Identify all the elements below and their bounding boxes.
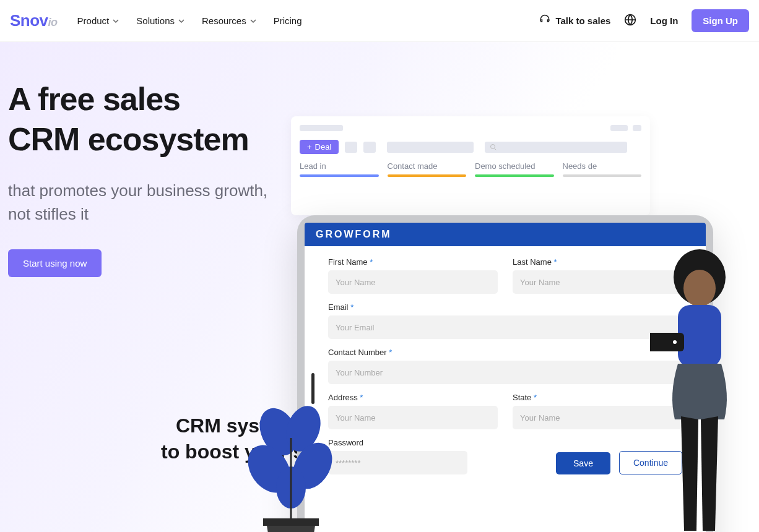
email-input[interactable] — [328, 315, 682, 339]
nav-resources[interactable]: Resources — [202, 15, 256, 26]
contact-label: Contact Number * — [328, 348, 682, 357]
person-illustration — [650, 246, 749, 532]
contact-input[interactable] — [328, 361, 682, 384]
headset-icon — [539, 14, 550, 27]
deal-button[interactable]: +Deal — [300, 140, 339, 154]
first-name-label: First Name * — [328, 257, 498, 267]
svg-point-1 — [491, 144, 495, 148]
header: Snovio Product Solutions Resources Prici… — [0, 0, 759, 42]
talk-to-sales[interactable]: Talk to sales — [539, 14, 610, 27]
password-label: Password — [328, 438, 467, 447]
svg-rect-10 — [678, 305, 721, 367]
plant-illustration — [235, 401, 347, 532]
crm-column-lead-in: Lead in — [300, 161, 379, 177]
tablet-home-button — [311, 373, 314, 404]
first-name-input[interactable] — [328, 270, 498, 294]
svg-rect-7 — [263, 518, 319, 526]
address-input[interactable] — [328, 406, 498, 429]
nav-pricing[interactable]: Pricing — [274, 15, 302, 26]
save-button[interactable]: Save — [556, 452, 610, 474]
svg-rect-11 — [650, 333, 684, 351]
header-actions: Talk to sales Log In Sign Up — [539, 9, 749, 32]
crm-preview: +Deal Lead in Contact made Demo schedule… — [291, 116, 650, 215]
crm-column-contact-made: Contact made — [388, 161, 467, 177]
svg-point-12 — [673, 340, 677, 344]
login-link[interactable]: Log In — [650, 15, 678, 26]
nav: Product Solutions Resources Pricing — [77, 15, 302, 26]
chevron-down-icon — [250, 18, 256, 24]
globe-icon[interactable] — [624, 14, 636, 28]
email-label: Email * — [328, 302, 682, 312]
crm-column-demo-scheduled: Demo scheduled — [475, 161, 554, 177]
logo[interactable]: Snovio — [10, 11, 58, 30]
address-label: Address * — [328, 393, 498, 402]
chevron-down-icon — [178, 18, 184, 24]
password-input[interactable] — [328, 451, 467, 474]
search-icon — [490, 144, 497, 151]
nav-solutions[interactable]: Solutions — [136, 15, 184, 26]
signup-button[interactable]: Sign Up — [692, 9, 749, 32]
crm-column-needs: Needs de — [563, 161, 642, 177]
form-title: GROWFORM — [305, 223, 706, 246]
chevron-down-icon — [113, 18, 119, 24]
start-using-button[interactable]: Start using now — [8, 249, 102, 277]
svg-point-9 — [683, 270, 716, 307]
nav-product[interactable]: Product — [77, 15, 119, 26]
hero-section: A free sales CRM ecosystem that promotes… — [0, 42, 759, 532]
